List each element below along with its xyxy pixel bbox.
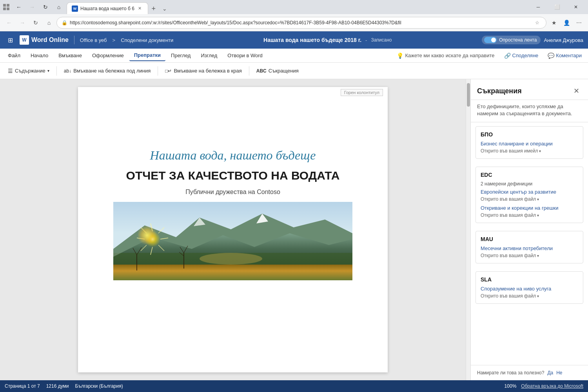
abbrev-card-mau: MAU Месечни активни потребители Открито … bbox=[475, 231, 583, 263]
browser-extensions-btn[interactable]: ★ bbox=[548, 17, 560, 29]
abbrev-source-sla-1[interactable]: Открито във вашия файл ▾ bbox=[481, 293, 578, 299]
comment-btn[interactable]: 💬 Коментари bbox=[544, 51, 585, 60]
abbreviations-btn[interactable]: ABC Съкращения bbox=[253, 66, 302, 76]
browser-refresh-btn[interactable]: ↻ bbox=[40, 2, 51, 13]
feedback-yes-btn[interactable]: Да bbox=[547, 370, 553, 376]
page-content: Нашата вода, нашето бъдеще ОТЧЕТ ЗА КАЧЕ… bbox=[78, 87, 388, 296]
sidebar-title: Съкращения bbox=[477, 87, 522, 95]
abbrev-link-mau-1[interactable]: Месечни активни потребители bbox=[481, 245, 578, 251]
ribbon-right: 💡 Кажете ми какво искате да направите 🔗 … bbox=[394, 51, 585, 60]
tell-me-btn[interactable]: 💡 Кажете ми какво искате да направите bbox=[394, 51, 497, 60]
feedback-link[interactable]: Обратна връзка до Microsoft bbox=[521, 383, 583, 389]
comment-label: Коментари bbox=[556, 53, 582, 58]
abbrev-count-edc: 2 намерени дефиниции bbox=[481, 181, 578, 187]
user-name[interactable]: Анелия Джурова bbox=[544, 37, 583, 43]
doc-main-title: ОТЧЕТ ЗА КАЧЕСТВОТО НА ВОДАТА bbox=[126, 169, 340, 182]
breadcrumb-shared[interactable]: Споделени документи bbox=[121, 37, 173, 43]
browser-more-btn[interactable]: ⋯ bbox=[573, 17, 585, 29]
header-text: Горен колонтитул bbox=[341, 89, 383, 96]
contents-btn[interactable]: ☰ Съдържание ▾ bbox=[5, 66, 53, 76]
endnote-btn[interactable]: □↵ Вмъкване на бележка в края bbox=[162, 66, 245, 76]
abbrev-source-bpo-1[interactable]: Открито във вашия имейл ▾ bbox=[481, 148, 578, 154]
scroll-thumb[interactable] bbox=[467, 83, 470, 107]
doc-title-dash: - bbox=[365, 37, 367, 43]
tab-view[interactable]: Изглед bbox=[196, 50, 222, 61]
vertical-scrollbar[interactable] bbox=[466, 79, 470, 380]
status-right: 100% Обратна връзка до Microsoft bbox=[505, 383, 583, 389]
address-bar-extras: ★ 👤 ⋯ bbox=[548, 17, 585, 29]
tab-menu-btn[interactable]: ⌄ bbox=[159, 3, 170, 14]
tab-references[interactable]: Препратки bbox=[129, 50, 165, 61]
abbreviations-icon: ABC bbox=[256, 68, 267, 74]
sidebar-footer: Намирате ли това за полезно? Да Не bbox=[471, 365, 588, 380]
feedback-question: Намирате ли това за полезно? bbox=[477, 370, 544, 376]
browser-home-btn[interactable]: ⌂ bbox=[53, 2, 64, 13]
abbrev-code-edc: EDC bbox=[481, 172, 578, 178]
app-separator bbox=[74, 36, 74, 44]
browser-titlebar: ← → ↻ ⌂ W Нашата вода нашето б 6 ✕ + ⌄ ─… bbox=[0, 0, 588, 14]
abbrev-link-edc-2[interactable]: Откриване и корекции на грешки bbox=[481, 205, 578, 211]
browser-profile-btn[interactable]: 👤 bbox=[561, 17, 572, 29]
app-name: Word Online bbox=[31, 36, 69, 44]
sidebar-close-btn[interactable]: ✕ bbox=[571, 85, 582, 96]
browser-back-btn[interactable]: ← bbox=[13, 2, 24, 13]
contents-label: Съдържание bbox=[15, 68, 45, 74]
window-controls: ─ ⬜ ✕ bbox=[529, 0, 585, 14]
address-bar: ← → ↻ ⌂ 🔒 https://contosodemosg.sharepoi… bbox=[0, 14, 588, 31]
contents-icon: ☰ bbox=[8, 68, 13, 74]
url-bar[interactable]: 🔒 https://contosodemosg.sharepoint.com/:… bbox=[56, 17, 546, 29]
share-label: Споделяне bbox=[512, 53, 539, 58]
status-bar: Страница 1 от 7 1216 думи Български (Бъл… bbox=[0, 380, 588, 392]
feedback-no-btn[interactable]: Не bbox=[556, 370, 562, 376]
abbrev-source-edc-2[interactable]: Открито във вашия файл ▾ bbox=[481, 212, 578, 218]
abbrev-link-edc-1[interactable]: Европейски център за развитие bbox=[481, 189, 578, 195]
document-page: Горен колонтитул Нашата вода, нашето бъд… bbox=[78, 87, 388, 372]
tab-open-word[interactable]: Отвори в Word bbox=[223, 50, 267, 61]
abbrev-link-bpo-1[interactable]: Бизнес планиране и операции bbox=[481, 141, 578, 147]
abbrev-card-sla: SLA Споразумение на ниво услуга Открито … bbox=[475, 271, 583, 304]
doc-image bbox=[113, 202, 352, 280]
close-btn[interactable]: ✕ bbox=[567, 0, 585, 14]
app-grid-icon[interactable]: ⊞ bbox=[5, 34, 16, 45]
new-tab-btn[interactable]: + bbox=[148, 3, 159, 14]
footnote-label: Вмъкване на бележка под линия bbox=[73, 68, 151, 74]
maximize-btn[interactable]: ⬜ bbox=[548, 0, 566, 14]
nav-refresh-btn[interactable]: ↻ bbox=[30, 17, 42, 29]
simplified-ribbon-toggle[interactable]: Опростена лента bbox=[482, 36, 541, 44]
share-icon: 🔗 bbox=[504, 53, 511, 59]
nav-back-btn[interactable]: ← bbox=[3, 17, 15, 29]
abbrev-source-mau-1[interactable]: Открито във вашия файл ▾ bbox=[481, 253, 578, 258]
nav-home-btn[interactable]: ⌂ bbox=[43, 17, 55, 29]
page-info: Страница 1 от 7 bbox=[5, 383, 40, 389]
doc-title: Нашата вода нашето бъдеще 2018 г. bbox=[263, 37, 361, 43]
browser-forward-btn[interactable]: → bbox=[27, 2, 38, 13]
chevron-down-icon: ▾ bbox=[537, 213, 539, 218]
tab-insert[interactable]: Вмъкване bbox=[54, 50, 87, 61]
tab-close-btn[interactable]: ✕ bbox=[137, 5, 143, 12]
endnote-label: Вмъкване на бележка в края bbox=[174, 68, 241, 74]
breadcrumb-office[interactable]: Office в уеб bbox=[80, 37, 107, 43]
tab-file[interactable]: Файл bbox=[3, 50, 25, 61]
endnote-icon: □↵ bbox=[165, 68, 172, 74]
document-area[interactable]: Горен колонтитул Нашата вода, нашето бъд… bbox=[0, 79, 466, 380]
abbrev-link-sla-1[interactable]: Споразумение на ниво услуга bbox=[481, 286, 578, 292]
sidebar-description: Ето дефинициите, които успяхме да намери… bbox=[471, 100, 588, 122]
abbrev-code-bpo: БПО bbox=[481, 131, 578, 138]
url-bookmark-btn[interactable]: ☆ bbox=[533, 18, 541, 27]
header-area: Горен колонтитул bbox=[341, 90, 383, 95]
toggle-thumb bbox=[491, 38, 496, 42]
simplified-ribbon-label: Опростена лента bbox=[499, 37, 537, 43]
abbrev-source-edc-1[interactable]: Открито във вашия файл ▾ bbox=[481, 196, 578, 202]
footnote-btn[interactable]: ab↓ Вмъкване на бележка под линия bbox=[61, 66, 154, 76]
share-btn[interactable]: 🔗 Споделяне bbox=[501, 51, 542, 60]
ribbon: Файл Начало Вмъкване Оформление Препратк… bbox=[0, 49, 588, 63]
minimize-btn[interactable]: ─ bbox=[529, 0, 547, 14]
svg-line-10 bbox=[137, 238, 145, 239]
chevron-down-icon: ▾ bbox=[537, 254, 539, 258]
browser-tab[interactable]: W Нашата вода нашето б 6 ✕ bbox=[67, 2, 148, 14]
abbrev-code-sla: SLA bbox=[481, 276, 578, 283]
tab-layout[interactable]: Оформление bbox=[87, 50, 129, 61]
nav-forward-btn[interactable]: → bbox=[16, 17, 28, 29]
tab-home[interactable]: Начало bbox=[26, 50, 53, 61]
tab-review[interactable]: Преглед bbox=[166, 50, 195, 61]
